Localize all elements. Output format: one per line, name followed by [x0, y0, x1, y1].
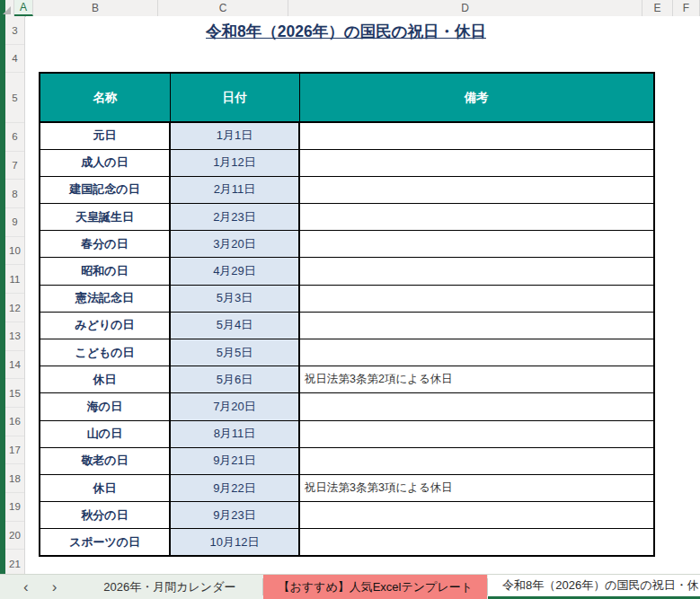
cell-name[interactable]: こどもの日: [40, 339, 170, 366]
header-note[interactable]: 備考: [299, 73, 654, 122]
cell-note[interactable]: 祝日法第3条第2項による休日: [299, 366, 654, 393]
table-row: 元日1月1日: [40, 122, 654, 149]
cell-name[interactable]: 昭和の日: [40, 258, 170, 285]
table-row: 春分の日3月20日: [40, 231, 654, 258]
column-header-D[interactable]: D: [288, 0, 642, 16]
row-header-17[interactable]: 17: [5, 436, 24, 465]
cell-date[interactable]: 5月6日: [170, 366, 299, 393]
row-header-column: 3456789101112131415161718192021: [5, 16, 25, 575]
prev-sheet-icon[interactable]: ‹: [23, 579, 29, 595]
row-header-4[interactable]: 4: [5, 45, 24, 73]
cell-name[interactable]: 元日: [40, 122, 170, 149]
cell-date[interactable]: 5月3日: [170, 285, 299, 312]
cell-name[interactable]: 敬老の日: [40, 447, 170, 474]
cell-name[interactable]: 海の日: [40, 393, 170, 420]
table-row: 山の日8月11日: [40, 420, 654, 447]
cell-name[interactable]: 憲法記念日: [40, 285, 170, 312]
row-header-7[interactable]: 7: [5, 152, 24, 181]
cell-name[interactable]: 春分の日: [40, 231, 170, 258]
cell-name[interactable]: みどりの日: [40, 312, 170, 339]
cell-note[interactable]: [299, 122, 654, 149]
cell-date[interactable]: 8月11日: [170, 420, 299, 447]
sheet-title[interactable]: 令和8年（2026年）の国民の祝日・休日: [39, 21, 653, 42]
column-header-bar: ABCDEF: [5, 0, 700, 17]
table-row: 敬老の日9月21日: [40, 447, 654, 474]
column-header-A[interactable]: A: [14, 0, 33, 16]
row-header-18[interactable]: 18: [5, 464, 24, 493]
cell-note[interactable]: [299, 204, 654, 231]
row-header-5[interactable]: 5: [5, 73, 24, 123]
cell-date[interactable]: 2月11日: [170, 176, 299, 203]
cell-date[interactable]: 4月29日: [170, 258, 299, 285]
tab-monthly-calendar[interactable]: 2026年・月間カレンダー: [76, 575, 262, 599]
cell-note[interactable]: [299, 502, 654, 529]
table-row: 秋分の日9月23日: [40, 502, 654, 529]
table-row: みどりの日5月4日: [40, 312, 654, 339]
row-header-3[interactable]: 3: [5, 16, 24, 45]
cell-note[interactable]: [299, 529, 654, 556]
cell-name[interactable]: 休日: [40, 366, 170, 393]
cell-note[interactable]: [299, 312, 654, 339]
row-header-10[interactable]: 10: [5, 237, 24, 266]
tab-holidays-2026[interactable]: 令和8年（2026年）の国民の祝日・休日: [488, 575, 700, 599]
cell-name[interactable]: 休日: [40, 474, 170, 501]
select-all-icon: [3, 6, 11, 14]
row-header-8[interactable]: 8: [5, 180, 24, 208]
cell-note[interactable]: [299, 339, 654, 366]
row-header-16[interactable]: 16: [5, 408, 24, 436]
cell-note[interactable]: [299, 231, 654, 258]
table-header-row: 名称 日付 備考: [40, 73, 654, 122]
cell-date[interactable]: 5月4日: [170, 312, 299, 339]
cell-note[interactable]: [299, 447, 654, 474]
row-header-6[interactable]: 6: [5, 123, 24, 152]
row-header-15[interactable]: 15: [5, 379, 24, 408]
table-row: 休日9月22日祝日法第3条第3項による休日: [40, 474, 654, 501]
sheet-nav: ‹ ›: [0, 575, 57, 599]
cell-date[interactable]: 5月5日: [170, 339, 299, 366]
excel-window: ABCDEF 3456789101112131415161718192021 令…: [0, 0, 700, 599]
cell-date[interactable]: 9月23日: [170, 502, 299, 529]
column-header-B[interactable]: B: [33, 0, 158, 16]
row-header-14[interactable]: 14: [5, 351, 24, 380]
cell-note[interactable]: [299, 285, 654, 312]
row-header-20[interactable]: 20: [5, 522, 24, 551]
holiday-table: 名称 日付 備考 元日1月1日成人の日1月12日建国記念の日2月11日天皇誕生日…: [39, 72, 655, 557]
cell-date[interactable]: 2月23日: [170, 204, 299, 231]
cell-name[interactable]: 天皇誕生日: [40, 204, 170, 231]
header-date[interactable]: 日付: [170, 73, 299, 122]
table-row: 建国記念の日2月11日: [40, 176, 654, 203]
row-header-11[interactable]: 11: [5, 266, 24, 295]
cell-name[interactable]: 建国記念の日: [40, 176, 170, 203]
cell-name[interactable]: スポーツの日: [40, 529, 170, 556]
cell-name[interactable]: 成人の日: [40, 149, 170, 176]
cell-date[interactable]: 7月20日: [170, 393, 299, 420]
cell-note[interactable]: [299, 420, 654, 447]
cell-note[interactable]: 祝日法第3条第3項による休日: [299, 474, 654, 501]
cell-name[interactable]: 秋分の日: [40, 502, 170, 529]
column-header-E[interactable]: E: [642, 0, 673, 16]
tab-recommended-templates[interactable]: 【おすすめ】人気Excelテンプレート: [263, 575, 487, 599]
cell-note[interactable]: [299, 176, 654, 203]
cell-note[interactable]: [299, 258, 654, 285]
row-header-9[interactable]: 9: [5, 208, 24, 237]
table-row: 天皇誕生日2月23日: [40, 204, 654, 231]
cell-date[interactable]: 1月1日: [170, 122, 299, 149]
row-header-13[interactable]: 13: [5, 322, 24, 351]
cell-date[interactable]: 10月12日: [170, 529, 299, 556]
sheet-area: 令和8年（2026年）の国民の祝日・休日 名称 日付 備考 元日1月1日成人の日…: [26, 16, 700, 575]
cell-date[interactable]: 1月12日: [170, 149, 299, 176]
select-all-button[interactable]: [5, 0, 14, 16]
cell-date[interactable]: 3月20日: [170, 231, 299, 258]
row-header-19[interactable]: 19: [5, 493, 24, 522]
cell-note[interactable]: [299, 149, 654, 176]
cell-note[interactable]: [299, 393, 654, 420]
cell-name[interactable]: 山の日: [40, 420, 170, 447]
column-header-C[interactable]: C: [158, 0, 288, 16]
cell-date[interactable]: 9月22日: [170, 474, 299, 501]
cell-date[interactable]: 9月21日: [170, 447, 299, 474]
header-name[interactable]: 名称: [40, 73, 170, 122]
row-header-12[interactable]: 12: [5, 294, 24, 322]
next-sheet-icon[interactable]: ›: [52, 579, 58, 595]
column-header-F[interactable]: F: [673, 0, 700, 16]
row-header-21[interactable]: 21: [5, 551, 24, 576]
